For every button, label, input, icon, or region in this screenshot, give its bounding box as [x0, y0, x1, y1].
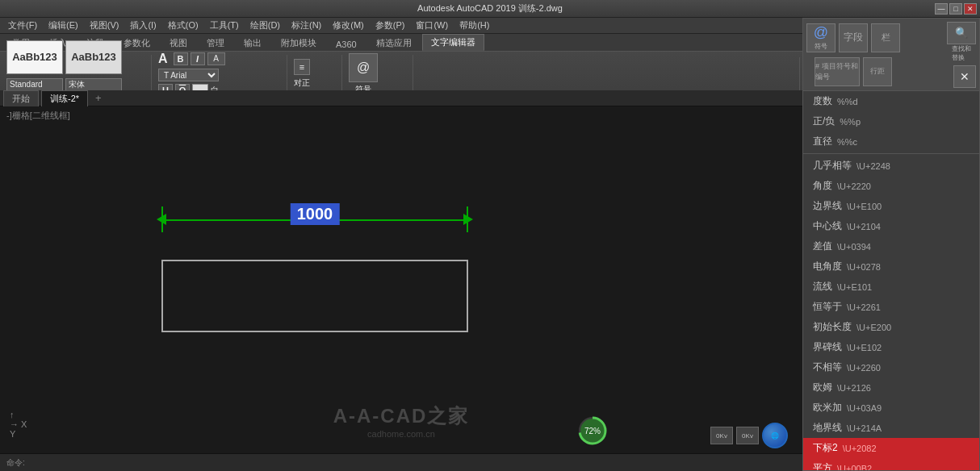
window-title: Autodesk AutoCAD 2019 训练-2.dwg: [417, 2, 563, 15]
dropdown-icon-area: @ 符号 字段 栏 # 项目符号和编号 行距: [806, 23, 900, 86]
watermark-url: cadhome.com.cn: [367, 429, 435, 439]
font-dropdown[interactable]: T Arial T SimHei: [158, 69, 219, 81]
dropdown-icon-row-2: # 项目符号和编号 行距: [815, 57, 892, 86]
menu-view[interactable]: 视图(V): [85, 19, 124, 32]
line-space-btn[interactable]: 行距: [863, 57, 892, 86]
symbol-label-elec-angle: 电角度: [813, 260, 842, 273]
axis-x: → X: [10, 419, 27, 429]
symbol-code-diameter: %%c: [837, 137, 857, 147]
symbol-button[interactable]: @: [349, 53, 378, 82]
symbol-item-boundary[interactable]: 边界线 \U+E100: [803, 196, 979, 216]
bold-button[interactable]: B: [174, 52, 188, 65]
tab-view[interactable]: 视图: [161, 35, 196, 51]
menu-draw[interactable]: 绘图(D): [245, 19, 285, 32]
symbol-item-omega[interactable]: 欧米加 \U+03A9: [803, 398, 979, 418]
symbol-item-ohm[interactable]: 欧姆 \U+2126: [803, 377, 979, 398]
tab-drawing[interactable]: 训练-2*: [41, 90, 88, 106]
menu-help[interactable]: 帮助(H): [454, 19, 494, 32]
symbol-code-identical: \U+2261: [847, 302, 881, 312]
menu-param[interactable]: 参数(P): [371, 19, 410, 32]
tab-a360[interactable]: A360: [327, 37, 366, 51]
symbol-item-delta[interactable]: 差值 \U+0394: [803, 236, 979, 256]
menu-edit[interactable]: 编辑(E): [44, 19, 83, 32]
dim-value[interactable]: 1000: [291, 203, 340, 225]
symbol-label-ohm: 欧姆: [813, 381, 832, 394]
search-btn[interactable]: 🔍 查找和替换: [947, 22, 976, 62]
symbol-item-identical[interactable]: 恒等于 \U+2261: [803, 297, 979, 317]
big-a-icon: A: [158, 52, 168, 66]
tab-output[interactable]: 输出: [235, 35, 270, 51]
tab-manage[interactable]: 管理: [198, 35, 233, 51]
globe-icon-inner: 🌐: [771, 432, 779, 440]
symbol-label-centerline: 中心线: [813, 219, 842, 233]
menu-format[interactable]: 格式(O): [163, 19, 203, 32]
symbol-item-subscript2[interactable]: 下标2 \U+2082: [803, 438, 979, 458]
menu-section: 度数 %%d 正/负 %%p 直径 %%c 几乎相等 \U+2248 角度 \U…: [803, 91, 979, 471]
symbol-item-angle[interactable]: 角度 \U+2220: [803, 176, 979, 196]
tab-start[interactable]: 开始: [3, 90, 39, 106]
at-icon: @: [814, 24, 828, 41]
dim-arrow-right: [463, 214, 473, 225]
symbol-item-elec-angle[interactable]: 电角度 \U+0278: [803, 256, 979, 277]
axis-indicator: ↑ → X Y: [10, 410, 27, 439]
separator-1: [803, 153, 979, 154]
tab-featured[interactable]: 精选应用: [367, 35, 421, 51]
symbol-code-angle: \U+2220: [837, 181, 871, 191]
symbol-item-squared[interactable]: 平方 \U+00B2: [803, 458, 979, 471]
symbol-item-approx[interactable]: 几乎相等 \U+2248: [803, 156, 979, 176]
align-button[interactable]: ≡: [294, 59, 310, 75]
symbol-item-property[interactable]: 地界线 \U+214A: [803, 418, 979, 438]
symbol-icon: @: [357, 60, 370, 75]
symbol-item-centerline[interactable]: 中心线 \U+2104: [803, 216, 979, 236]
menu-tools[interactable]: 工具(T): [205, 19, 244, 32]
field-icon-btn[interactable]: 字段: [839, 23, 868, 52]
symbol-code-centerline: \U+2104: [847, 222, 881, 231]
symbol-code-flowline: \U+E101: [837, 282, 872, 292]
font-large-button[interactable]: A: [207, 52, 225, 65]
symbol-code-boundary2: \U+E102: [847, 343, 882, 352]
tab-text-editor[interactable]: 文字编辑器: [422, 34, 484, 51]
tab-new[interactable]: +: [90, 90, 107, 106]
axis-y: ↑: [10, 410, 27, 419]
at-icon-btn[interactable]: @ 符号: [806, 23, 836, 52]
model-label: -]栅格[二维线框]: [6, 110, 70, 122]
format-row-2: T Arial T SimHei: [158, 69, 225, 81]
menu-file[interactable]: 文件(F): [3, 19, 42, 32]
line-space-icon: 行距: [870, 66, 885, 77]
style-preview-2: AaBb123: [65, 40, 122, 74]
symbol-item-boundary2[interactable]: 界碑线 \U+E102: [803, 337, 979, 357]
style-name-input[interactable]: [6, 78, 63, 91]
symbol-label-diameter: 直径: [813, 135, 832, 148]
progress-ring-svg: 72%: [576, 415, 609, 447]
symbol-label-approx: 几乎相等: [813, 159, 852, 173]
menu-window[interactable]: 窗口(W): [411, 19, 453, 32]
tab-addons[interactable]: 附加模块: [272, 35, 325, 51]
symbol-item-notequal[interactable]: 不相等 \U+2260: [803, 357, 979, 377]
col-icon-btn[interactable]: 栏: [871, 23, 900, 52]
symbol-item-degree[interactable]: 度数 %%d: [803, 91, 979, 111]
symbol-code-plusminus: %%p: [840, 117, 861, 127]
project-num-btn[interactable]: # 项目符号和编号: [815, 57, 860, 86]
menu-modify[interactable]: 修改(M): [328, 19, 369, 32]
symbol-label-subscript2: 下标2: [813, 441, 838, 455]
nav-icon-2[interactable]: 0Kv: [736, 427, 759, 444]
maximize-button[interactable]: □: [949, 3, 962, 15]
symbol-item-plusminus[interactable]: 正/负 %%p: [803, 111, 979, 131]
close-button[interactable]: ✕: [964, 3, 977, 15]
symbol-label-property: 地界线: [813, 421, 842, 435]
menu-insert[interactable]: 插入(I): [125, 19, 161, 32]
paragraph-group-content: ≡ 对正: [294, 55, 310, 93]
dropdown-header: @ 符号 字段 栏 # 项目符号和编号 行距: [803, 19, 979, 91]
nav-icon-1[interactable]: 0Kv: [710, 427, 733, 444]
menu-dimension[interactable]: 标注(N): [287, 19, 326, 32]
globe-icon[interactable]: 🌐: [762, 423, 788, 448]
symbol-item-init-length[interactable]: 初始长度 \U+E200: [803, 317, 979, 337]
drawing-area[interactable]: -]栅格[二维线框] 1000 A-A-CAD之家 cadhome.com.cn…: [0, 106, 802, 471]
italic-button[interactable]: I: [191, 52, 205, 65]
minimize-button[interactable]: —: [935, 3, 948, 15]
symbol-label-angle: 角度: [813, 179, 832, 193]
symbol-item-flowline[interactable]: 流线 \U+E101: [803, 277, 979, 297]
symbol-item-diameter[interactable]: 直径 %%c: [803, 131, 979, 152]
font-name-input[interactable]: [65, 78, 122, 91]
menu-close-btn[interactable]: ✕: [953, 65, 976, 88]
